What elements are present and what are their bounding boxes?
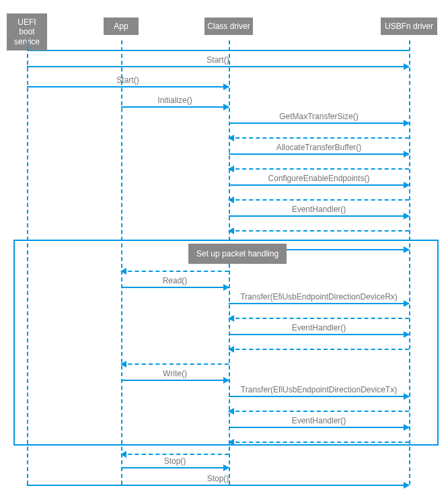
participant-app: App [104, 18, 139, 35]
message-m24 [229, 442, 409, 443]
note-setup-packet-handling: Set up packet handling [188, 244, 287, 264]
message-m5 [229, 137, 409, 139]
arrowhead-icon [120, 268, 126, 275]
message-m17: EventHandler() [229, 334, 409, 335]
message-label: EventHandler() [229, 323, 409, 332]
message-label: ConfigureEnableEndpoints() [229, 174, 409, 183]
message-m9 [229, 199, 409, 201]
message-label: Read() [121, 276, 229, 285]
message-m22 [229, 411, 409, 412]
message-m23: EventHandler() [229, 427, 409, 428]
participant-class-driver: Class driver [204, 18, 253, 35]
message-label: EventHandler() [229, 205, 409, 214]
message-m25 [121, 454, 229, 455]
arrowhead-icon [120, 361, 126, 368]
arrowhead-icon [228, 408, 234, 415]
message-m11 [229, 230, 409, 232]
arrowhead-icon [228, 439, 234, 446]
message-m26: Stop() [121, 467, 229, 468]
message-m21: Transfer(EfiUsbEndpointDirectionDeviceTx… [229, 396, 409, 397]
message-label: Stop() [27, 474, 409, 483]
message-m3: Initialize() [121, 106, 229, 108]
sequence-diagram: UEFI boot service App Class driver USBFn… [0, 0, 448, 490]
message-label: Write() [121, 369, 229, 378]
message-m2: Start() [27, 86, 229, 88]
message-m14: Read() [121, 287, 229, 288]
message-m8: ConfigureEnableEndpoints() [229, 184, 409, 186]
message-m27: Stop() [27, 485, 409, 486]
message-m16 [229, 318, 409, 319]
message-label: Initialize() [121, 96, 229, 105]
message-m10: EventHandler() [229, 215, 409, 217]
arrowhead-icon [228, 315, 234, 322]
message-m19 [121, 363, 229, 365]
message-m7 [229, 168, 409, 170]
message-label: Transfer(EfiUsbEndpointDirectionDeviceTx… [229, 385, 409, 394]
message-label: Start() [27, 55, 409, 65]
message-label: Stop() [121, 456, 229, 466]
arrowhead-icon [228, 197, 234, 203]
participant-usbfn-driver: USBFn driver [381, 18, 437, 35]
message-m20: Write() [121, 380, 229, 381]
arrowhead-icon [228, 228, 234, 234]
message-m15: Transfer(EfiUsbEndpointDirectionDeviceRx… [229, 303, 409, 304]
message-m18 [229, 349, 409, 350]
message-label: GetMaxTransferSize() [229, 112, 409, 121]
message-m6: AllocateTransferBuffer() [229, 153, 409, 155]
message-label: EventHandler() [229, 416, 409, 425]
arrowhead-icon [228, 346, 234, 353]
arrowhead-icon [404, 246, 410, 253]
top-connector-line [27, 50, 409, 51]
message-m1: Start() [27, 66, 409, 67]
message-label: AllocateTransferBuffer() [229, 143, 409, 152]
message-label: Start() [27, 75, 229, 85]
arrowhead-icon [228, 166, 234, 172]
arrowhead-icon [228, 135, 234, 141]
message-label: Transfer(EfiUsbEndpointDirectionDeviceRx… [229, 292, 409, 302]
message-m13 [121, 271, 229, 272]
message-m4: GetMaxTransferSize() [229, 123, 409, 124]
